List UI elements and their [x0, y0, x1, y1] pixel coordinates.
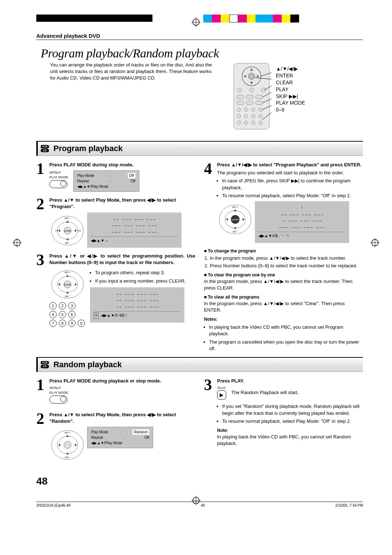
- program-grid: ! – – – – – – – – – – – – – – – – – – – …: [255, 201, 349, 243]
- notes-head: Notes:: [204, 316, 363, 323]
- rand-step1-head: Press PLAY MODE during playback or stop …: [49, 378, 195, 384]
- disc-badge-cd: CD: [41, 149, 49, 152]
- svg-marker-52: [66, 220, 69, 223]
- svg-text:SET -: SET -: [65, 295, 70, 297]
- dpad-icon: ENTERSET +SET -CHCH: [49, 212, 82, 245]
- btn-label-playmode: PLAY MODE: [49, 175, 68, 180]
- svg-text:SET -: SET -: [65, 456, 70, 458]
- remote-label-skip: SKIP ▶▶|: [276, 93, 305, 100]
- rand-step3-head: Press PLAY.: [217, 378, 363, 384]
- osd-menu: Play Mode:Off Repeat:Off ◀▶▲▼/Play Mode: [73, 170, 139, 192]
- svg-text:ENTER: ENTER: [64, 284, 72, 286]
- svg-marker-74: [226, 218, 228, 221]
- menu-colon: :: [123, 435, 124, 440]
- svg-point-18: [261, 88, 266, 92]
- note-item: In playing back the Video CD with PBC, y…: [209, 324, 363, 337]
- grid-rows: ! – – – – – – – – – – – – – – – – – – – …: [258, 205, 346, 230]
- svg-marker-65: [75, 283, 77, 286]
- step4-text: The programs you selected will start to …: [217, 170, 363, 176]
- note-text: In playing back the Video CD with PBC, y…: [217, 434, 363, 447]
- menu-colon: :: [109, 178, 110, 184]
- menu-value: Random: [132, 429, 149, 435]
- svg-marker-55: [75, 229, 77, 232]
- grid-rows: – – – – – – – – – – – – – – – – – – – – …: [94, 291, 181, 310]
- svg-rect-19: [237, 95, 244, 99]
- remote-label-arrows: ▲/▼/◀/▶: [276, 65, 305, 72]
- step4-bullet: In case of JPEG file, press SKIP ▶▶| to …: [222, 178, 363, 191]
- svg-rect-21: [256, 95, 263, 99]
- btn-label-spslp: SP/SLP: [49, 170, 68, 175]
- swatch-cyan3: [264, 15, 273, 23]
- dpad-icon: SET +SET -: [49, 427, 82, 459]
- swatch-magenta2: [238, 15, 247, 23]
- step-number: 3: [36, 253, 46, 327]
- disc-badge-vcd: VCD: [41, 361, 49, 364]
- grid-footer: ◀▶▲▼/# 4|6 !: [101, 312, 127, 319]
- svg-marker-53: [66, 239, 69, 241]
- note-head: Note:: [217, 428, 363, 434]
- crosshair-icon: [191, 17, 201, 27]
- footer-mid: 48: [201, 503, 205, 507]
- grid-rows: – – – – – – – – – – – – – – – – – – – – …: [91, 216, 178, 235]
- rand-step3-text: The Random Playback will start.: [231, 389, 299, 396]
- subhead-clear-all: To clear all the programs: [204, 294, 363, 300]
- crosshair-icon: [370, 238, 380, 249]
- svg-point-33: [237, 121, 241, 125]
- svg-marker-81: [66, 435, 69, 437]
- svg-text:SET -: SET -: [232, 231, 238, 233]
- step3-bullet: If you input a wrong number, press CLEAR…: [95, 278, 186, 284]
- disc-badge-vcd: VCD: [41, 145, 49, 148]
- svg-text:SET +: SET +: [65, 271, 71, 274]
- btn-label-play: PLAY: [217, 386, 226, 390]
- svg-text:SET +: SET +: [232, 206, 238, 208]
- step4-head: Press ▲/▼/◀/▶ to select "Program Playbac…: [217, 162, 363, 168]
- swatch-magenta3: [273, 15, 282, 23]
- swatch-white: [229, 15, 238, 23]
- svg-point-78: [64, 441, 71, 449]
- step-number: 2: [36, 412, 46, 459]
- step-number: 1: [36, 378, 46, 406]
- svg-point-34: [244, 121, 248, 125]
- remote-label-play: PLAY: [276, 86, 305, 93]
- playmode-button-icon: [49, 180, 68, 188]
- svg-point-26: [244, 108, 248, 112]
- remote-label-enter: ENTER: [276, 72, 305, 79]
- play-button-icon: ▶: [217, 390, 226, 400]
- svg-point-28: [259, 108, 262, 112]
- svg-marker-83: [58, 443, 60, 446]
- svg-point-29: [237, 114, 241, 118]
- svg-marker-73: [234, 227, 237, 230]
- intro-text: You can arrange the playback order of tr…: [50, 62, 217, 132]
- step-number: 1: [36, 162, 46, 192]
- crosshair-icon: [191, 496, 201, 505]
- crosshair-icon: [12, 238, 22, 249]
- remote-label-clear: CLEAR: [276, 79, 305, 86]
- step3-bullet: To program others, repeat step 3.: [95, 270, 186, 276]
- clear-one-text: In the program mode, press ▲/▼/◀/▶ to se…: [204, 278, 363, 291]
- svg-rect-20: [246, 95, 253, 99]
- menu-colon: :: [120, 429, 121, 435]
- grid-footer: ◀▶▲▼/#$ - ' - ' !: [258, 232, 346, 239]
- program-grid: – – – – – – – – – – – – – – – – – – – – …: [90, 287, 184, 323]
- playmode-button-icon: [49, 396, 68, 404]
- breadcrumb: Advanced playback DVD: [36, 33, 363, 40]
- step1-head: Press PLAY MODE during stop mode.: [49, 162, 195, 168]
- svg-point-11: [248, 73, 255, 80]
- change-step: Press Number buttons (0–9) to select the…: [210, 263, 363, 269]
- svg-point-25: [237, 108, 241, 112]
- svg-marker-84: [75, 443, 77, 446]
- svg-text:CH: CH: [55, 230, 58, 232]
- svg-text:ENTER: ENTER: [232, 219, 239, 221]
- svg-point-30: [244, 114, 248, 118]
- rand-step2-head: Press ▲/▼ to select Play Mode, then pres…: [49, 412, 195, 425]
- svg-text:SET -: SET -: [65, 242, 70, 244]
- svg-marker-75: [242, 218, 245, 221]
- osd-menu: Play Mode:Random Repeat:Off ◀▶▲▼/Play Mo…: [87, 427, 153, 448]
- print-marks: [0, 0, 392, 29]
- dpad-icon: ENTERSET +SET -: [49, 268, 82, 301]
- btn-label-playmode: PLAY MODE: [49, 390, 195, 395]
- remote-label-nums: 0–9: [276, 106, 305, 113]
- section-band-program: VCD CD Program playback: [36, 141, 363, 156]
- page-title: Program playback/Random playback: [41, 46, 363, 60]
- subhead-clear-one: To clear the program one by one: [204, 272, 363, 278]
